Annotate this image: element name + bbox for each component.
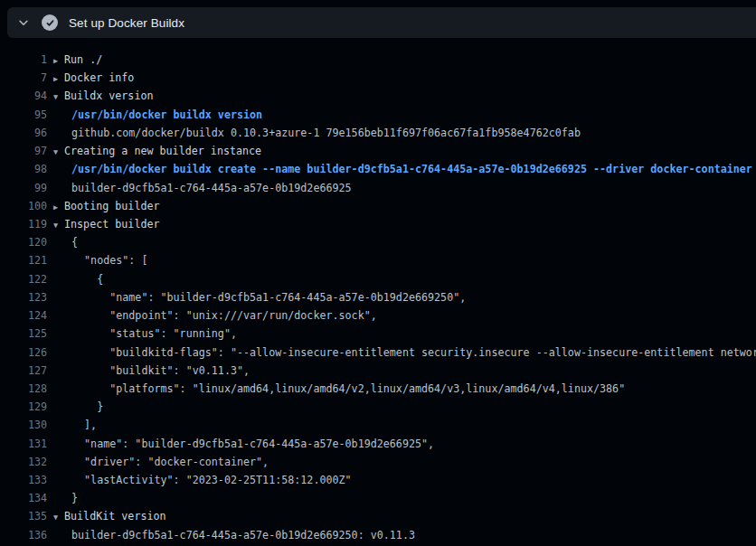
line-number[interactable]: 126 xyxy=(0,344,47,362)
line-number[interactable]: 1 xyxy=(0,51,47,69)
log-line[interactable]: 100 ▶ Booting builder xyxy=(0,197,756,215)
line-number[interactable]: 119 xyxy=(0,215,47,233)
line-number[interactable]: 130 xyxy=(0,416,47,434)
line-number[interactable]: 95 xyxy=(0,106,47,124)
log-line: 127 "buildkit": "v0.11.3", xyxy=(0,362,756,380)
step-title: Set up Docker Buildx xyxy=(69,16,184,30)
line-text: "nodes": [ xyxy=(71,251,147,269)
line-number[interactable]: 129 xyxy=(0,398,47,416)
line-number[interactable]: 125 xyxy=(0,325,47,343)
line-number[interactable]: 7 xyxy=(0,69,47,87)
log-line: 98 /usr/bin/docker buildx create --name … xyxy=(0,160,756,178)
log-line: 126 "buildkitd-flags": "--allow-insecure… xyxy=(0,344,756,362)
line-number[interactable]: 100 xyxy=(0,197,47,215)
line-text: } xyxy=(71,398,103,416)
line-text: "status": "running", xyxy=(71,325,237,343)
step-header[interactable]: Set up Docker Buildx xyxy=(7,7,756,38)
log-line: 125 "status": "running", xyxy=(0,325,756,343)
group-toggle-icon: ▼ xyxy=(53,143,64,160)
line-number[interactable]: 136 xyxy=(0,526,47,544)
line-text: "name": "builder-d9cfb5a1-c764-445a-a57e… xyxy=(71,435,434,453)
log-line[interactable]: 7 ▶ Docker info xyxy=(0,69,756,87)
log-line: 122 { xyxy=(0,270,756,288)
line-text: github.com/docker/buildx 0.10.3+azure-1 … xyxy=(71,124,581,142)
line-number[interactable]: 133 xyxy=(0,471,47,489)
line-text: /usr/bin/docker buildx create --name bui… xyxy=(71,160,752,178)
line-text: } xyxy=(71,489,78,507)
log-line: 96 github.com/docker/buildx 0.10.3+azure… xyxy=(0,124,756,142)
log-line: 95 /usr/bin/docker buildx version xyxy=(0,106,756,124)
log-line: 132 "driver": "docker-container", xyxy=(0,453,756,471)
line-number[interactable]: 134 xyxy=(0,489,47,507)
log-line: 129 } xyxy=(0,398,756,416)
log-line[interactable]: 135 ▼ BuildKit version xyxy=(0,507,756,525)
group-toggle-icon: ▼ xyxy=(53,88,64,105)
line-text: builder-d9cfb5a1-c764-445a-a57e-0b19d2e6… xyxy=(71,179,352,197)
line-text: ], xyxy=(71,416,97,434)
line-text: "driver": "docker-container", xyxy=(71,453,269,471)
group-title[interactable]: Creating a new builder instance xyxy=(64,142,261,160)
line-number[interactable]: 124 xyxy=(0,306,47,325)
check-circle-icon xyxy=(42,14,58,31)
line-number[interactable]: 98 xyxy=(0,160,47,178)
line-number[interactable]: 122 xyxy=(0,270,47,288)
line-number[interactable]: 123 xyxy=(0,288,47,306)
log-line: 130 ], xyxy=(0,416,756,434)
log-line[interactable]: 94 ▼ Buildx version xyxy=(0,87,756,105)
line-text: { xyxy=(71,270,103,288)
line-number[interactable]: 97 xyxy=(0,142,47,160)
group-title[interactable]: Booting builder xyxy=(64,197,160,215)
log-line: 121 "nodes": [ xyxy=(0,251,756,269)
line-text: "buildkitd-flags": "--allow-insecure-ent… xyxy=(71,344,756,362)
line-number[interactable]: 96 xyxy=(0,124,47,142)
group-toggle-icon: ▶ xyxy=(53,70,64,87)
line-text: "buildkit": "v0.11.3", xyxy=(71,362,250,380)
log-line: 128 "platforms": "linux/amd64,linux/amd6… xyxy=(0,380,756,398)
log-line[interactable]: 1 ▶ Run ./ xyxy=(0,51,756,69)
group-title[interactable]: Run ./ xyxy=(64,51,102,69)
group-toggle-icon: ▼ xyxy=(53,508,64,525)
log-line: 124 "endpoint": "unix:///var/run/docker.… xyxy=(0,306,756,325)
line-number[interactable]: 135 xyxy=(0,507,47,525)
line-text: "platforms": "linux/amd64,linux/amd64/v2… xyxy=(71,380,625,398)
chevron-down-icon[interactable] xyxy=(16,15,31,30)
line-text: { xyxy=(71,233,78,251)
group-toggle-icon: ▶ xyxy=(53,198,64,215)
log-line: 133 "lastActivity": "2023-02-25T11:58:12… xyxy=(0,471,756,489)
line-number[interactable]: 127 xyxy=(0,362,47,380)
log-line: 136 builder-d9cfb5a1-c764-445a-a57e-0b19… xyxy=(0,526,756,544)
line-number[interactable]: 132 xyxy=(0,453,47,471)
line-number[interactable]: 131 xyxy=(0,435,47,453)
log-line[interactable]: 97 ▼ Creating a new builder instance xyxy=(0,142,756,160)
log-line: 123 "name": "builder-d9cfb5a1-c764-445a-… xyxy=(0,288,756,306)
line-text: /usr/bin/docker buildx version xyxy=(71,106,262,124)
log-line: 120 { xyxy=(0,233,756,251)
group-toggle-icon: ▶ xyxy=(53,52,64,69)
line-text: "endpoint": "unix:///var/run/docker.sock… xyxy=(71,306,377,325)
line-text: "name": "builder-d9cfb5a1-c764-445a-a57e… xyxy=(71,288,466,306)
log-line[interactable]: 119 ▼ Inspect builder xyxy=(0,215,756,233)
log-line: 134 } xyxy=(0,489,756,507)
line-number[interactable]: 121 xyxy=(0,251,47,269)
group-title[interactable]: Inspect builder xyxy=(64,215,160,233)
group-toggle-icon: ▼ xyxy=(53,216,64,233)
line-number[interactable]: 120 xyxy=(0,233,47,251)
log-lines: 1 ▶ Run ./ 7 ▶ Docker info 94 ▼ Buildx v… xyxy=(0,51,756,544)
group-title[interactable]: BuildKit version xyxy=(64,507,166,525)
line-text: builder-d9cfb5a1-c764-445a-a57e-0b19d2e6… xyxy=(71,526,415,544)
line-number[interactable]: 99 xyxy=(0,179,47,197)
group-title[interactable]: Docker info xyxy=(64,69,134,87)
log-line: 131 "name": "builder-d9cfb5a1-c764-445a-… xyxy=(0,435,756,453)
line-text: "lastActivity": "2023-02-25T11:58:12.000… xyxy=(71,471,352,489)
group-title[interactable]: Buildx version xyxy=(64,87,154,105)
line-number[interactable]: 94 xyxy=(0,87,47,105)
line-number[interactable]: 128 xyxy=(0,380,47,398)
log-line: 99 builder-d9cfb5a1-c764-445a-a57e-0b19d… xyxy=(0,179,756,197)
